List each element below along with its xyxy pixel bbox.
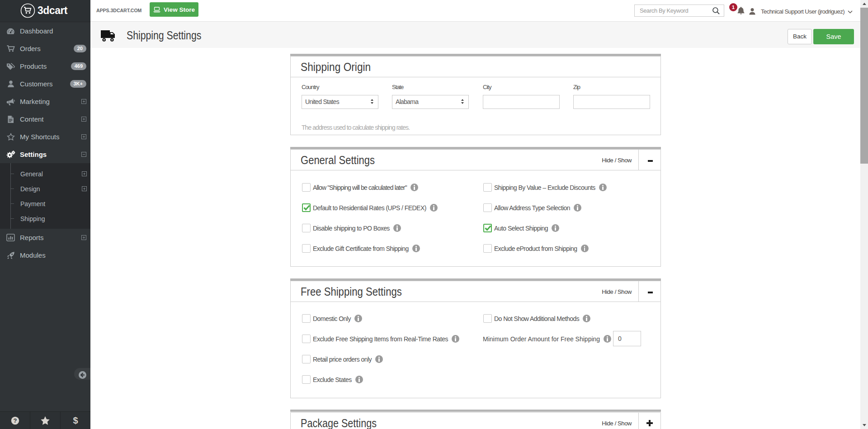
svg-text:?: ?: [13, 417, 17, 424]
